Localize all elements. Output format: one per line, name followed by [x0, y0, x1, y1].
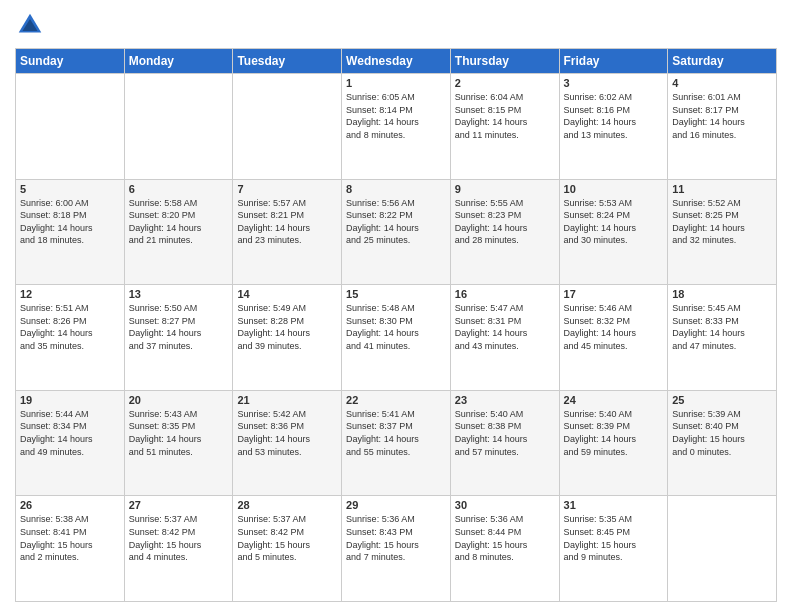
day-info-line: Sunset: 8:36 PM [237, 420, 337, 433]
day-info: Sunrise: 5:49 AMSunset: 8:28 PMDaylight:… [237, 302, 337, 352]
calendar-day: 12Sunrise: 5:51 AMSunset: 8:26 PMDayligh… [16, 285, 125, 391]
calendar-day: 26Sunrise: 5:38 AMSunset: 8:41 PMDayligh… [16, 496, 125, 602]
col-monday: Monday [124, 49, 233, 74]
day-info: Sunrise: 5:44 AMSunset: 8:34 PMDaylight:… [20, 408, 120, 458]
calendar-day: 17Sunrise: 5:46 AMSunset: 8:32 PMDayligh… [559, 285, 668, 391]
day-info: Sunrise: 5:55 AMSunset: 8:23 PMDaylight:… [455, 197, 555, 247]
day-info: Sunrise: 6:02 AMSunset: 8:16 PMDaylight:… [564, 91, 664, 141]
day-number: 2 [455, 77, 555, 89]
day-info-line: Daylight: 14 hours [346, 327, 446, 340]
day-info-line: Sunset: 8:41 PM [20, 526, 120, 539]
day-info-line: Daylight: 14 hours [20, 327, 120, 340]
calendar-day [233, 74, 342, 180]
calendar-day: 11Sunrise: 5:52 AMSunset: 8:25 PMDayligh… [668, 179, 777, 285]
day-info-line: Daylight: 15 hours [455, 539, 555, 552]
day-info-line: Sunset: 8:30 PM [346, 315, 446, 328]
day-info-line: Sunset: 8:24 PM [564, 209, 664, 222]
day-info-line: and 21 minutes. [129, 234, 229, 247]
col-friday: Friday [559, 49, 668, 74]
day-info-line: and 0 minutes. [672, 446, 772, 459]
day-info-line: Sunset: 8:42 PM [129, 526, 229, 539]
day-info: Sunrise: 5:58 AMSunset: 8:20 PMDaylight:… [129, 197, 229, 247]
day-info: Sunrise: 6:01 AMSunset: 8:17 PMDaylight:… [672, 91, 772, 141]
col-wednesday: Wednesday [342, 49, 451, 74]
day-info-line: and 37 minutes. [129, 340, 229, 353]
day-info-line: Sunrise: 5:50 AM [129, 302, 229, 315]
day-info-line: Daylight: 14 hours [20, 222, 120, 235]
day-info-line: Sunrise: 5:46 AM [564, 302, 664, 315]
day-info-line: Sunrise: 6:01 AM [672, 91, 772, 104]
day-info-line: and 2 minutes. [20, 551, 120, 564]
day-number: 20 [129, 394, 229, 406]
day-info: Sunrise: 5:36 AMSunset: 8:44 PMDaylight:… [455, 513, 555, 563]
day-info-line: Sunrise: 5:37 AM [237, 513, 337, 526]
day-info-line: Sunset: 8:25 PM [672, 209, 772, 222]
day-number: 5 [20, 183, 120, 195]
day-info: Sunrise: 5:35 AMSunset: 8:45 PMDaylight:… [564, 513, 664, 563]
calendar-week-3: 19Sunrise: 5:44 AMSunset: 8:34 PMDayligh… [16, 390, 777, 496]
day-info-line: and 9 minutes. [564, 551, 664, 564]
day-info-line: Daylight: 14 hours [237, 433, 337, 446]
day-info-line: Sunrise: 5:35 AM [564, 513, 664, 526]
day-info: Sunrise: 5:42 AMSunset: 8:36 PMDaylight:… [237, 408, 337, 458]
calendar-week-1: 5Sunrise: 6:00 AMSunset: 8:18 PMDaylight… [16, 179, 777, 285]
day-number: 22 [346, 394, 446, 406]
day-info-line: Daylight: 14 hours [237, 222, 337, 235]
day-number: 4 [672, 77, 772, 89]
calendar-day: 5Sunrise: 6:00 AMSunset: 8:18 PMDaylight… [16, 179, 125, 285]
day-info-line: Daylight: 14 hours [672, 116, 772, 129]
day-info-line: Daylight: 14 hours [346, 116, 446, 129]
day-info-line: Daylight: 14 hours [455, 433, 555, 446]
day-info-line: Sunset: 8:40 PM [672, 420, 772, 433]
day-info-line: Daylight: 14 hours [564, 433, 664, 446]
day-info-line: and 53 minutes. [237, 446, 337, 459]
calendar-week-0: 1Sunrise: 6:05 AMSunset: 8:14 PMDaylight… [16, 74, 777, 180]
day-info-line: Sunset: 8:33 PM [672, 315, 772, 328]
calendar-day: 2Sunrise: 6:04 AMSunset: 8:15 PMDaylight… [450, 74, 559, 180]
day-info-line: Sunset: 8:31 PM [455, 315, 555, 328]
day-info-line: Sunrise: 5:37 AM [129, 513, 229, 526]
calendar-day: 7Sunrise: 5:57 AMSunset: 8:21 PMDaylight… [233, 179, 342, 285]
calendar-day: 8Sunrise: 5:56 AMSunset: 8:22 PMDaylight… [342, 179, 451, 285]
day-info-line: and 4 minutes. [129, 551, 229, 564]
day-info-line: Sunset: 8:42 PM [237, 526, 337, 539]
day-number: 12 [20, 288, 120, 300]
calendar-week-2: 12Sunrise: 5:51 AMSunset: 8:26 PMDayligh… [16, 285, 777, 391]
day-info: Sunrise: 6:00 AMSunset: 8:18 PMDaylight:… [20, 197, 120, 247]
calendar-day [124, 74, 233, 180]
day-info: Sunrise: 5:43 AMSunset: 8:35 PMDaylight:… [129, 408, 229, 458]
day-info-line: Daylight: 14 hours [455, 327, 555, 340]
day-info-line: and 51 minutes. [129, 446, 229, 459]
day-info-line: and 35 minutes. [20, 340, 120, 353]
calendar-body: 1Sunrise: 6:05 AMSunset: 8:14 PMDaylight… [16, 74, 777, 602]
day-info-line: and 45 minutes. [564, 340, 664, 353]
day-info: Sunrise: 5:40 AMSunset: 8:38 PMDaylight:… [455, 408, 555, 458]
day-info: Sunrise: 5:48 AMSunset: 8:30 PMDaylight:… [346, 302, 446, 352]
day-info-line: Sunrise: 5:56 AM [346, 197, 446, 210]
day-info-line: Sunrise: 5:43 AM [129, 408, 229, 421]
header-row: Sunday Monday Tuesday Wednesday Thursday… [16, 49, 777, 74]
calendar-day: 13Sunrise: 5:50 AMSunset: 8:27 PMDayligh… [124, 285, 233, 391]
day-info-line: Daylight: 14 hours [129, 433, 229, 446]
day-info-line: Sunrise: 5:52 AM [672, 197, 772, 210]
header [15, 10, 777, 40]
day-info-line: Sunset: 8:15 PM [455, 104, 555, 117]
day-number: 11 [672, 183, 772, 195]
day-number: 6 [129, 183, 229, 195]
day-number: 14 [237, 288, 337, 300]
day-info-line: Sunrise: 5:36 AM [346, 513, 446, 526]
day-info-line: Sunset: 8:26 PM [20, 315, 120, 328]
day-info-line: Sunrise: 5:58 AM [129, 197, 229, 210]
calendar-day: 14Sunrise: 5:49 AMSunset: 8:28 PMDayligh… [233, 285, 342, 391]
day-info-line: and 13 minutes. [564, 129, 664, 142]
day-number: 7 [237, 183, 337, 195]
col-tuesday: Tuesday [233, 49, 342, 74]
logo-icon [15, 10, 45, 40]
day-info: Sunrise: 5:53 AMSunset: 8:24 PMDaylight:… [564, 197, 664, 247]
day-number: 3 [564, 77, 664, 89]
day-info-line: Sunset: 8:23 PM [455, 209, 555, 222]
calendar-day: 28Sunrise: 5:37 AMSunset: 8:42 PMDayligh… [233, 496, 342, 602]
day-number: 23 [455, 394, 555, 406]
day-info-line: Sunset: 8:45 PM [564, 526, 664, 539]
day-info-line: Sunset: 8:37 PM [346, 420, 446, 433]
